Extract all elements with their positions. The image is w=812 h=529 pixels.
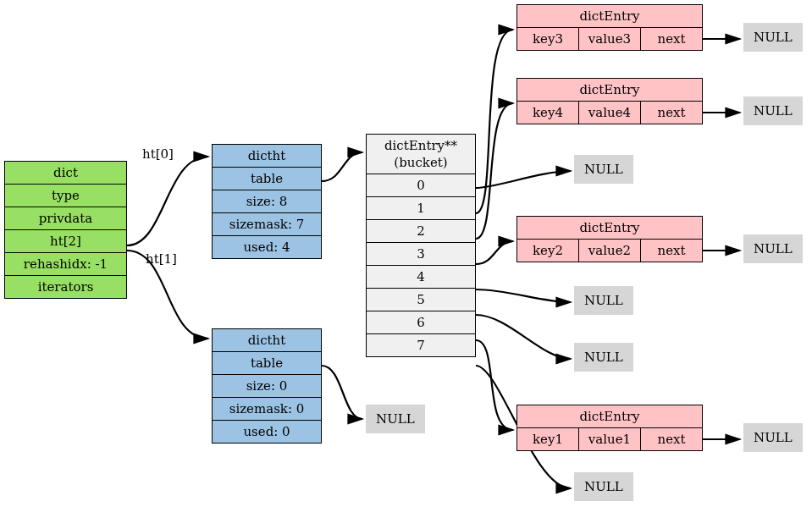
entry-key: key4 [517,102,579,124]
bucket-title-l1: dictEntry** [367,135,475,155]
bucket-slot-6: 6 [367,311,475,333]
dictht0-sizemask: sizemask: 7 [213,212,321,235]
bucket-slot-0: 0 [367,174,475,196]
dict-entry-3: dictEntry key3 value3 next [516,4,703,51]
dict-node: dict type privdata ht[2] rehashidx: -1 i… [4,161,127,299]
dict-field: type [5,184,126,207]
dict-field: rehashidx: -1 [5,252,126,275]
bucket-slot-2: 2 [367,219,475,242]
null-box: NULL [743,234,803,263]
entry-head: dictEntry [517,405,702,427]
entry-next: next [641,28,702,50]
null-box: NULL [574,472,633,501]
entry-head: dictEntry [517,217,702,239]
entry-head: dictEntry [517,79,702,101]
dict-title: dict [5,162,126,184]
bucket-slot-5: 5 [367,288,475,311]
dict-entry-2: dictEntry key2 value2 next [516,216,703,262]
bucket-node: dictEntry** (bucket) 0 1 2 3 4 5 6 7 [366,134,476,357]
dictht1-title: dictht [213,329,321,351]
entry-next: next [641,240,702,262]
entry-next: next [641,102,702,124]
dictht1-table: table [213,351,321,374]
entry-head: dictEntry [517,5,702,27]
null-box: NULL [574,155,633,184]
edge-label-ht1: ht[1] [146,251,177,267]
dictht0-node: dictht table size: 8 sizemask: 7 used: 4 [212,144,322,259]
bucket-slot-3: 3 [367,242,475,265]
dictht1-node: dictht table size: 0 sizemask: 0 used: 0 [212,328,322,444]
null-box: NULL [743,423,803,452]
entry-next: next [641,428,702,450]
dict-entry-1: dictEntry key1 value1 next [516,405,703,451]
dict-field-ht: ht[2] [5,229,126,252]
dict-entry-4: dictEntry key4 value4 next [516,78,703,124]
null-box: NULL [743,96,803,125]
bucket-slot-4: 4 [367,265,475,288]
dictht1-sizemask: sizemask: 0 [213,397,321,420]
entry-key: key3 [517,28,579,50]
bucket-slot-1: 1 [367,196,475,219]
edge-label-ht0: ht[0] [142,146,174,162]
dictht0-used: used: 4 [213,235,321,258]
entry-value: value1 [579,428,641,450]
entry-key: key1 [517,428,579,450]
entry-value: value4 [579,102,641,124]
dictht1-used: used: 0 [213,420,321,443]
entry-value: value2 [579,240,641,262]
entry-key: key2 [517,240,579,262]
entry-value: value3 [579,28,641,50]
dictht0-table: table [213,167,321,190]
bucket-slot-7: 7 [367,333,475,356]
dict-field: privdata [5,207,126,229]
dict-field: iterators [5,275,126,298]
dictht0-size: size: 8 [213,190,321,212]
dictht0-title: dictht [213,145,321,167]
null-box: NULL [366,405,425,433]
null-box: NULL [574,286,633,315]
null-box: NULL [574,343,633,372]
bucket-title-l2: (bucket) [367,155,475,174]
null-box: NULL [743,23,803,52]
dictht1-size: size: 0 [213,374,321,397]
